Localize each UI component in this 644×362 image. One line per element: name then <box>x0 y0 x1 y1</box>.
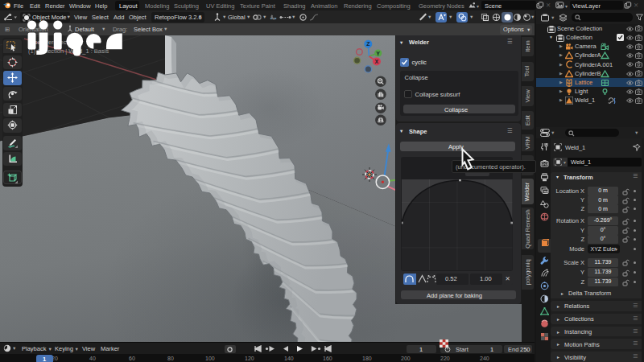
svg-text:X: X <box>375 59 379 64</box>
svg-text:Z: Z <box>366 41 370 47</box>
svg-text:Y: Y <box>376 51 380 56</box>
